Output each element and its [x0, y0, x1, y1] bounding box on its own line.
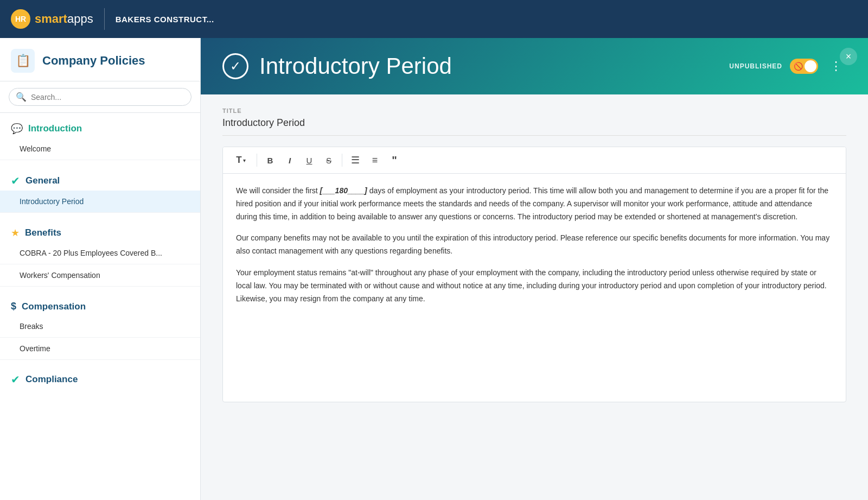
italic-button[interactable]: I	[281, 151, 298, 169]
sidebar-section-general-header[interactable]: ✔ General	[0, 169, 200, 191]
underline-button[interactable]: U	[301, 151, 318, 169]
toggle-thumb	[805, 60, 816, 72]
logo-icon: HR	[11, 9, 30, 29]
logo-area: HR smartapps	[11, 9, 93, 29]
compensation-title: Compensation	[22, 301, 86, 312]
nav-item-overtime[interactable]: Overtime	[0, 338, 200, 360]
paragraph-1: We will consider the first [___180____] …	[236, 185, 833, 223]
nav-item-introductory-period[interactable]: Introductory Period	[0, 191, 200, 213]
benefits-star-icon: ★	[11, 227, 20, 239]
policy-header-left: ✓ Introductory Period	[222, 53, 452, 79]
bold-button[interactable]: B	[261, 151, 279, 169]
company-policies-icon: 📋	[11, 49, 35, 73]
main-layout: 📋 Company Policies 🔍 💬 Introduction Welc…	[0, 38, 868, 500]
toolbar-divider-2	[342, 154, 342, 167]
sidebar-section-benefits-header[interactable]: ★ Benefits	[0, 221, 200, 242]
compensation-dollar-icon: $	[11, 301, 16, 312]
logo-text: smartapps	[35, 12, 93, 26]
policy-header: ✓ Introductory Period UNPUBLISHED 🚫 ⋮ ×	[201, 38, 868, 94]
nav-item-cobra[interactable]: COBRA - 20 Plus Employees Covered B...	[0, 242, 200, 264]
search-input[interactable]	[31, 93, 184, 102]
strikethrough-button[interactable]: S	[320, 151, 337, 169]
title-label: TITLE	[222, 107, 846, 114]
nav-item-breaks[interactable]: Breaks	[0, 315, 200, 338]
nav-divider	[104, 8, 105, 30]
search-bar: 🔍	[0, 81, 200, 113]
introduction-icon: 💬	[11, 123, 23, 135]
sidebar-title: Company Policies	[42, 54, 145, 68]
sidebar-section-compliance: ✔ Compliance	[0, 364, 200, 393]
sidebar: 📋 Company Policies 🔍 💬 Introduction Welc…	[0, 38, 201, 500]
nav-item-workers-comp[interactable]: Workers' Compensation	[0, 264, 200, 287]
paragraph-3: Your employment status remains "at-will"…	[236, 267, 833, 305]
sidebar-section-compliance-header[interactable]: ✔ Compliance	[0, 368, 200, 389]
general-check-icon: ✔	[11, 174, 20, 187]
title-value: Introductory Period	[222, 117, 846, 136]
content-area: ✓ Introductory Period UNPUBLISHED 🚫 ⋮ × …	[201, 38, 868, 500]
text-size-icon: T	[236, 155, 241, 166]
editor-container: T ▾ B I U S ☰ ≡ " We will consider the f…	[222, 147, 846, 402]
company-name: BAKERS CONSTRUCT...	[116, 15, 214, 24]
text-format-button[interactable]: T ▾	[229, 151, 252, 169]
search-input-wrap[interactable]: 🔍	[9, 88, 192, 106]
policy-header-title: Introductory Period	[259, 53, 452, 79]
policy-check-icon: ✓	[222, 53, 248, 79]
title-section: TITLE Introductory Period	[222, 107, 846, 136]
sidebar-section-compensation-header[interactable]: $ Compensation	[0, 295, 200, 315]
introduction-title: Introduction	[28, 123, 82, 134]
top-nav-bar: HR smartapps BAKERS CONSTRUCT...	[0, 0, 868, 38]
ordered-list-button[interactable]: ☰	[347, 151, 364, 169]
sidebar-section-general: ✔ General Introductory Period	[0, 164, 200, 217]
benefits-title: Benefits	[25, 227, 61, 238]
search-icon: 🔍	[16, 92, 27, 102]
text-format-arrow-icon: ▾	[243, 157, 246, 163]
sidebar-section-compensation: $ Compensation Breaks Overtime	[0, 291, 200, 364]
editor-toolbar: T ▾ B I U S ☰ ≡ "	[223, 147, 846, 174]
nav-item-welcome[interactable]: Welcome	[0, 138, 200, 160]
sidebar-header: 📋 Company Policies	[0, 38, 200, 81]
sidebar-section-introduction-header[interactable]: 💬 Introduction	[0, 117, 200, 138]
sidebar-section-benefits: ★ Benefits COBRA - 20 Plus Employees Cov…	[0, 217, 200, 291]
sidebar-section-introduction: 💬 Introduction Welcome	[0, 113, 200, 164]
compliance-check-icon: ✔	[11, 373, 20, 386]
close-button[interactable]: ×	[840, 48, 857, 65]
compliance-title: Compliance	[25, 374, 78, 385]
unpublished-label: UNPUBLISHED	[729, 62, 782, 70]
toolbar-divider-1	[257, 154, 257, 167]
editor-body[interactable]: We will consider the first [___180____] …	[223, 174, 846, 402]
general-title: General	[25, 175, 60, 186]
policy-editor: TITLE Introductory Period T ▾ B I U S	[201, 94, 868, 500]
quote-button[interactable]: "	[386, 151, 403, 169]
paragraph-2: Our company benefits may not be availabl…	[236, 232, 833, 258]
days-placeholder: [___180____]	[320, 186, 367, 195]
toggle-no-icon: 🚫	[794, 62, 803, 71]
unordered-list-button[interactable]: ≡	[366, 151, 384, 169]
publish-toggle[interactable]: 🚫	[790, 59, 818, 74]
policy-header-right: UNPUBLISHED 🚫 ⋮	[729, 57, 846, 75]
